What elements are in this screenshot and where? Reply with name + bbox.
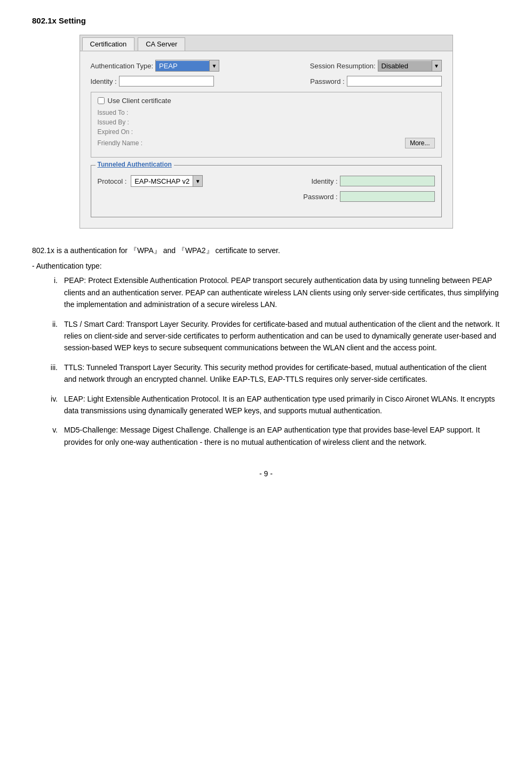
- page-footer: - 9 -: [32, 469, 500, 478]
- friendly-name-row: Friendly Name : More...: [98, 138, 435, 148]
- issued-to-label: Issued To :: [98, 109, 146, 116]
- password-label: Password :: [310, 77, 344, 85]
- session-resumption-label: Session Resumption:: [310, 62, 376, 70]
- identity-input[interactable]: [119, 76, 214, 87]
- tab-ca-server[interactable]: CA Server: [138, 37, 185, 51]
- use-client-cert-row: Use Client certificate: [98, 97, 435, 105]
- list-item: ii. TLS / Smart Card: Transport Layer Se…: [32, 318, 500, 354]
- tunneled-identity-label: Identity :: [311, 177, 337, 185]
- list-item: iii. TTLS: Tunneled Transport Layer Secu…: [32, 362, 500, 386]
- list-numeral-iii: iii.: [32, 362, 64, 386]
- list-content-i: PEAP: Protect Extensible Authentication …: [64, 274, 500, 310]
- use-client-cert-checkbox[interactable]: [98, 97, 105, 104]
- session-resumption-dropdown-arrow[interactable]: ▼: [432, 60, 441, 71]
- tunneled-password-input[interactable]: [340, 191, 435, 202]
- page-number: - 9 -: [259, 469, 273, 478]
- list-item: iv. LEAP: Light Extensible Authenticatio…: [32, 393, 500, 417]
- settings-panel: Certification CA Server Authentication T…: [80, 35, 453, 229]
- auth-type-row: Authentication Type: PEAP ▼ Session Resu…: [91, 60, 442, 72]
- protocol-row: Protocol : EAP-MSCHAP v2 ▼ Identity :: [98, 175, 435, 187]
- panel-body: Authentication Type: PEAP ▼ Session Resu…: [80, 51, 452, 228]
- tunneled-identity-input[interactable]: [340, 176, 435, 186]
- tunneled-auth-legend: Tunneled Authentication: [96, 161, 174, 168]
- auth-type-value: PEAP: [156, 61, 209, 71]
- auth-type-list: i. PEAP: Protect Extensible Authenticati…: [32, 274, 500, 448]
- password-input[interactable]: [347, 76, 442, 87]
- expired-on-row: Expired On :: [98, 128, 435, 136]
- identity-row: Identity : Password :: [91, 76, 442, 87]
- session-resumption-select[interactable]: Disabled ▼: [378, 60, 442, 72]
- list-content-v: MD5-Challenge: Message Digest Challenge.…: [64, 424, 500, 448]
- tunneled-password-row: Password :: [98, 191, 435, 202]
- protocol-select[interactable]: EAP-MSCHAP v2 ▼: [131, 175, 203, 187]
- issued-by-row: Issued By :: [98, 119, 435, 126]
- auth-type-select[interactable]: PEAP ▼: [155, 60, 219, 72]
- list-numeral-i: i.: [32, 274, 64, 310]
- list-content-ii: TLS / Smart Card: Transport Layer Securi…: [64, 318, 500, 354]
- content-area: 802.1x is a authentication for 『WPA』 and…: [32, 245, 500, 448]
- client-cert-section: Use Client certificate Issued To : Issue…: [91, 92, 442, 158]
- list-item: v. MD5-Challenge: Message Digest Challen…: [32, 424, 500, 448]
- list-content-iii: TTLS: Tunneled Transport Layer Security.…: [64, 362, 500, 386]
- auth-type-heading: - Authentication type:: [32, 262, 500, 270]
- tunneled-password-label: Password :: [303, 193, 337, 201]
- page-title: 802.1x Setting: [32, 16, 500, 25]
- tab-bar: Certification CA Server: [80, 35, 452, 51]
- list-numeral-iv: iv.: [32, 393, 64, 417]
- protocol-dropdown-arrow[interactable]: ▼: [193, 176, 202, 186]
- auth-type-dropdown-arrow[interactable]: ▼: [209, 60, 219, 71]
- identity-label: Identity :: [91, 77, 117, 85]
- issued-by-label: Issued By :: [98, 119, 146, 126]
- tab-certification[interactable]: Certification: [82, 37, 135, 51]
- issued-to-row: Issued To :: [98, 109, 435, 116]
- list-numeral-ii: ii.: [32, 318, 64, 354]
- more-button[interactable]: More...: [405, 138, 434, 148]
- protocol-value: EAP-MSCHAP v2: [131, 176, 193, 186]
- expired-on-label: Expired On :: [98, 128, 146, 136]
- list-item: i. PEAP: Protect Extensible Authenticati…: [32, 274, 500, 310]
- auth-type-label: Authentication Type:: [91, 62, 154, 70]
- friendly-name-label: Friendly Name :: [98, 139, 146, 147]
- list-content-iv: LEAP: Light Extensible Authentication Pr…: [64, 393, 500, 417]
- session-resumption-value: Disabled: [378, 61, 432, 71]
- intro-text: 802.1x is a authentication for 『WPA』 and…: [32, 245, 500, 256]
- use-client-cert-label: Use Client certificate: [108, 97, 171, 105]
- tunneled-auth-section: Tunneled Authentication Protocol : EAP-M…: [91, 165, 442, 217]
- list-numeral-v: v.: [32, 424, 64, 448]
- protocol-label: Protocol :: [98, 177, 127, 185]
